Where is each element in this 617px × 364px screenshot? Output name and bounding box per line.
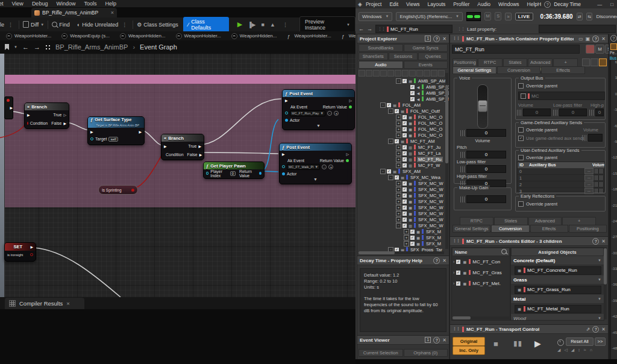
expander-icon[interactable]: + [404,241,409,246]
checkbox[interactable]: ✓ [395,139,399,143]
branch-node-1[interactable]: «Branch ▶True▷ ConditionFalse▶ [24,102,69,129]
menu-item[interactable]: Tools [84,0,96,7]
help-icon[interactable]: ? [433,257,440,264]
browse-button[interactable]: ... [584,188,594,194]
tree-item[interactable]: + ✓ SFX_MC_W [357,216,449,222]
back-arrow-icon[interactable]: ← [22,43,29,51]
tree-item[interactable]: + ✓ MC_FT_La [357,150,449,156]
get-surface-type-node[interactable]: ƒGet Surface TypeTarget is BP Rifle Arms… [87,116,145,145]
toolbar-icon[interactable] [366,70,372,77]
checkbox[interactable]: ✓ [456,281,460,286]
tree-item[interactable]: + ✓ SFX_M [357,234,449,240]
branch-node-2[interactable]: «Branch ▶True▶ ConditionFalse▶ [161,134,204,160]
checkbox[interactable]: ✓ [402,199,407,204]
play-button[interactable]: ▶ [237,20,242,28]
menu-item[interactable]: View [12,0,23,7]
actor-pin[interactable] [285,119,288,122]
checkbox[interactable]: ✓ [402,181,407,186]
is-sprinting-variable-node[interactable]: Is Sprinting [98,185,138,195]
tree-item[interactable]: - ✓ AMB_SP_AM [357,78,449,84]
checkbox[interactable]: ✓ [402,224,407,228]
player-index-pin[interactable] [206,172,208,175]
true-exec-pin[interactable]: ▶ [198,144,201,148]
tree-item[interactable]: + ✓ FOL_MC_O [357,114,449,120]
forward-arrow-icon[interactable]: → [34,43,40,51]
browse-button[interactable]: ... [584,181,594,187]
reset-all-button[interactable]: Reset All [566,337,594,346]
close-icon[interactable]: ✕ [442,337,446,343]
current-object-field[interactable]: ⋮⋮MC_FT_Run [375,25,453,33]
tree-item[interactable]: + ✓ SFX_MC_W [357,180,449,186]
stop-button[interactable]: ■ [493,339,498,348]
exec-out-pin[interactable]: ▶ [30,245,33,249]
follow-capture-icon[interactable]: ⇆ [586,13,592,20]
checkbox[interactable]: ✓ [402,127,407,131]
live-button[interactable]: LIVE [515,13,533,20]
checkbox[interactable]: ✓ [456,260,460,264]
aux-send-row[interactable]: 0 ... [518,168,604,175]
toolbar-icon[interactable] [409,70,416,77]
mute-button[interactable]: M [595,45,604,54]
menu-item[interactable]: Edit [389,1,398,7]
exec-out-pin[interactable]: ▷ [349,98,352,102]
child-row[interactable]: › ✓ MC_FT_Gras [452,267,510,278]
help-icon[interactable]: ? [592,36,599,42]
editor-tab[interactable]: General Settings [453,66,496,74]
tree-item[interactable]: - ✓ FOL_MC_Outf [357,108,449,114]
expand-node-icon[interactable]: ▼ [283,124,354,128]
tree-item[interactable]: + ✓ SFX_M [357,228,449,234]
assigned-vertical-scrollbar[interactable] [604,247,607,319]
checkbox[interactable]: ✓ [410,85,415,89]
output-bus-field[interactable]: MC [518,92,605,100]
document-tab[interactable]: WeaponHidden... [231,33,277,39]
compile-options-icon[interactable]: ⋮ [6,22,15,28]
document-tab[interactable]: WeaponEquip (s... [61,33,110,39]
layout-split-icon[interactable] [590,58,598,66]
tree-item[interactable]: + ✓ FOL_MC_O [357,132,449,138]
expander-icon[interactable]: - [396,223,401,228]
editor-tab[interactable]: Conversion [491,225,529,233]
checkbox[interactable]: ✓ [402,218,407,222]
exec-pin[interactable]: ▶ [10,105,13,110]
switch-header[interactable]: Concrete (Default)▼ [511,256,604,265]
child-row[interactable]: › ✓ MC_FT_Con [452,256,510,267]
checkbox[interactable]: ✓ [402,187,407,192]
explorer-tab[interactable]: ShareSets [359,52,388,60]
drag-handle-icon[interactable]: ⋮⋮ [453,239,460,243]
document-tab[interactable]: WeaponHolster... [287,33,331,39]
close-icon[interactable]: × [66,300,70,307]
hide-unrelated-button[interactable]: ◐Hide Unrelated⋮ [77,22,129,28]
expander-icon[interactable]: - [388,108,393,114]
clear-icon[interactable]: − [322,165,327,169]
menu-item[interactable]: Layouts [428,1,446,7]
close-icon[interactable]: ✕ [442,258,446,263]
expander-icon[interactable]: + [396,163,401,168]
help-icon[interactable]: ? [610,35,617,42]
hide-unrelated-options-icon[interactable]: ⋮ [120,22,129,28]
expander-icon[interactable]: - [388,139,393,144]
explorer-tab[interactable]: Sessions [389,52,418,60]
aux-send-row[interactable]: 1 ... [518,175,604,181]
checkbox[interactable]: ✓ [402,193,407,198]
tree-item[interactable]: ✓ AMB_SP_C [357,84,449,90]
document-tab[interactable]: Weap... [342,33,356,39]
toolbar-icon[interactable] [424,70,430,77]
toolbar-icon[interactable] [402,70,409,77]
close-tab-icon[interactable]: × [111,10,114,16]
bus-volume-value[interactable]: 0 [523,108,551,116]
fade-icon[interactable]: ◢ [571,348,574,353]
clock-icon[interactable] [557,339,564,346]
clear-icon[interactable]: − [327,111,332,116]
editor-tab[interactable]: General Settings [453,225,490,233]
exec-in-pin[interactable]: ▶ [90,130,93,134]
explorer-tab[interactable]: Events [404,61,448,69]
set-variable-node[interactable]: SET▶ is ironsight [4,242,36,262]
event-graph-canvas[interactable]: ▶ «Branch ▶True▷ ConditionFalse▶ ƒGet Su… [0,54,355,297]
diff-button[interactable]: Diff▼ [23,21,44,28]
compile-button[interactable]: Compile⋮ [0,22,15,28]
checkbox[interactable]: ✓ [387,169,391,174]
ak-event-dropdown[interactable]: MC_FT_Walk_Pl▼ [287,164,320,170]
bus-hpf-value[interactable]: 0 [595,108,604,116]
tree-item[interactable]: + ✓ SFX_MC_W [357,198,449,204]
expander-icon[interactable]: + [396,187,401,192]
